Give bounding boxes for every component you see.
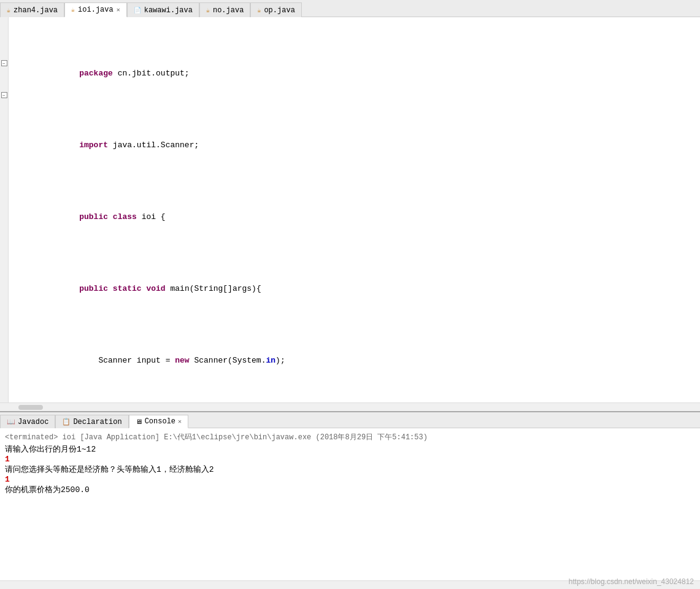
- java-icon: ☕: [206, 7, 210, 14]
- console-output-4: 1: [5, 475, 695, 484]
- declaration-icon: 📋: [62, 418, 71, 426]
- console-output-2: 1: [5, 455, 695, 464]
- console-output-5: 你的机票价格为2500.0: [5, 484, 695, 495]
- console-output-1: 请输入你出行的月份1~12: [5, 444, 695, 455]
- bottom-tab-label: Console: [145, 417, 175, 426]
- java-icon: ☕: [7, 7, 10, 14]
- tab-label: op.java: [264, 6, 294, 15]
- bottom-tab-label: Declaration: [73, 418, 121, 426]
- code-line-2: import java.util.Scanner;: [11, 128, 700, 164]
- console-close-icon[interactable]: ✕: [178, 418, 182, 425]
- code-line-5: Scanner input = new Scanner(System.in);: [11, 343, 700, 379]
- collapse-icon-2[interactable]: −: [1, 92, 7, 98]
- tab-bar: ☕ zhan4.java ☕ ioi.java ✕ 📄 kawawi.java …: [0, 0, 700, 17]
- tab-label: zhan4.java: [13, 6, 58, 15]
- tab-label: kawawi.java: [144, 6, 193, 15]
- javadoc-icon: 📖: [7, 418, 15, 426]
- tab-label: ioi.java: [78, 6, 113, 14]
- console-content: <terminated> ioi [Java Application] E:\代…: [0, 428, 700, 580]
- console-output-3: 请问您选择头等舱还是经济舱？头等舱输入1，经济舱输入2: [5, 464, 695, 475]
- doc-icon: 📄: [134, 7, 141, 14]
- bottom-tab-label: Javadoc: [18, 418, 48, 426]
- bottom-panel: 📖 Javadoc 📋 Declaration 🖥 Console ✕ <ter…: [0, 411, 700, 589]
- editor-scrollbar-h[interactable]: [0, 402, 700, 411]
- tab-close-icon[interactable]: ✕: [117, 6, 120, 13]
- code-lines[interactable]: package cn.jbit.output; import java.util…: [9, 17, 700, 402]
- code-line-4: public static void main(String[]args){: [11, 271, 700, 307]
- tab-console[interactable]: 🖥 Console ✕: [129, 415, 188, 428]
- tab-label: no.java: [213, 6, 244, 15]
- left-gutter: − −: [0, 17, 9, 402]
- scrollbar-thumb[interactable]: [18, 405, 43, 410]
- tab-ioi[interactable]: ☕ ioi.java ✕: [64, 2, 127, 17]
- bottom-tab-bar: 📖 Javadoc 📋 Declaration 🖥 Console ✕: [0, 412, 700, 428]
- tab-kawawi[interactable]: 📄 kawawi.java: [127, 2, 199, 17]
- tab-javadoc[interactable]: 📖 Javadoc: [0, 415, 55, 428]
- tab-declaration[interactable]: 📋 Declaration: [55, 415, 128, 428]
- editor-area: − − package cn.jbit.output; import java.…: [0, 17, 700, 411]
- tab-op[interactable]: ☕ op.java: [250, 2, 301, 17]
- tab-no[interactable]: ☕ no.java: [199, 2, 250, 17]
- java-icon: ☕: [257, 7, 261, 14]
- collapse-icon-1[interactable]: −: [1, 60, 7, 66]
- code-line-3: public class ioi {: [11, 199, 700, 236]
- java-icon: ☕: [71, 6, 75, 13]
- tab-zhan4[interactable]: ☕ zhan4.java: [0, 2, 64, 17]
- watermark: https://blog.csdn.net/weixin_43024812: [569, 577, 694, 586]
- code-container[interactable]: − − package cn.jbit.output; import java.…: [0, 17, 700, 402]
- code-line-1: package cn.jbit.output;: [11, 56, 700, 92]
- console-icon: 🖥: [136, 418, 142, 426]
- console-status: <terminated> ioi [Java Application] E:\代…: [5, 431, 695, 444]
